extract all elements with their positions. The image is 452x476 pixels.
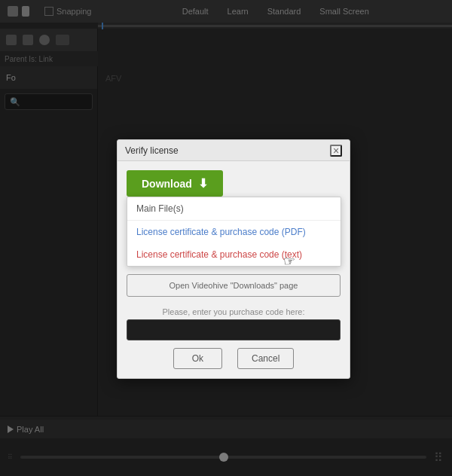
download-label: Download bbox=[142, 178, 192, 190]
cancel-button[interactable]: Cancel bbox=[237, 348, 294, 369]
dialog-body: Download ⬇ Main File(s) License certific… bbox=[118, 161, 350, 378]
download-arrow-icon: ⬇ bbox=[198, 176, 208, 191]
ok-button[interactable]: Ok bbox=[173, 348, 222, 369]
download-button-container: Download ⬇ Main File(s) License certific… bbox=[127, 170, 341, 197]
dropdown-item-main-files[interactable]: Main File(s) bbox=[127, 197, 341, 221]
dialog-title: Verify license bbox=[125, 145, 330, 156]
open-downloads-button[interactable]: Open Videohive "Downloads" page bbox=[127, 274, 341, 297]
purchase-code-label: Please, enter you purchase code here: bbox=[127, 307, 341, 316]
purchase-code-input[interactable] bbox=[127, 319, 341, 340]
dialog-buttons: Ok Cancel bbox=[127, 348, 341, 369]
dropdown-item-pdf[interactable]: License certificate & purchase code (PDF… bbox=[127, 221, 341, 243]
dropdown-item-text[interactable]: License certificate & purchase code (tex… bbox=[127, 243, 341, 266]
dialog-titlebar: Verify license × bbox=[118, 140, 350, 161]
verify-license-dialog: Verify license × Download ⬇ Main File(s)… bbox=[117, 139, 350, 379]
dialog-close-button[interactable]: × bbox=[330, 145, 342, 157]
download-button[interactable]: Download ⬇ bbox=[127, 170, 223, 197]
download-dropdown-menu: Main File(s) License certificate & purch… bbox=[127, 197, 341, 267]
